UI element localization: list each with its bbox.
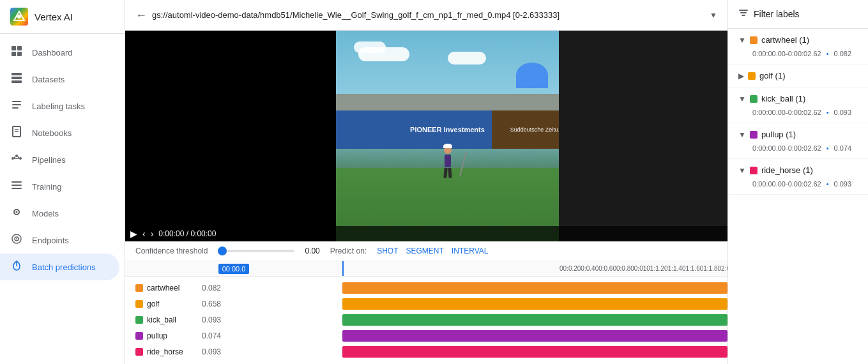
sidebar-item-models[interactable]: Models xyxy=(0,200,119,227)
notebooks-icon xyxy=(10,126,23,140)
track-row-pullup: pullup 0.074 xyxy=(125,329,727,343)
label-name-cartwheel: cartwheel (1) xyxy=(761,35,858,45)
track-score-ride-horse: 0.093 xyxy=(202,347,221,356)
dropdown-icon[interactable]: ▼ xyxy=(710,11,717,20)
models-label: Models xyxy=(32,209,59,218)
tick-4: 00:01 xyxy=(630,262,646,275)
label-header-kick-ball[interactable]: ▼ kick_ball (1) xyxy=(728,90,868,107)
label-time-range-kick-ball: 0:00:00.00-0:00:02.62 xyxy=(752,109,821,116)
next-frame-button[interactable]: › xyxy=(151,229,154,239)
tick-6: 01:1.4 xyxy=(664,262,682,275)
tracks-area: cartwheel 0.082 golf 0.658 kick_ball 0 xyxy=(125,277,727,363)
label-time-cartwheel: 0:00:00.00-0:00:02.62 • 0.082 xyxy=(752,50,858,57)
svg-line-17 xyxy=(18,156,19,158)
datasets-label: Datasets xyxy=(32,75,65,84)
label-score-cartwheel: 0.082 xyxy=(834,50,852,57)
video-controls: ▶ ‹ › 0:00:00 / 0:00:00 xyxy=(125,226,727,241)
track-color-cartwheel xyxy=(135,284,143,292)
label-group-cartwheel: ▼ cartwheel (1) 0:00:00.00-0:00:02.62 • … xyxy=(728,29,868,64)
sidebar-title: Vertex AI xyxy=(34,11,73,22)
sidebar-item-endpoints[interactable]: Endpoints xyxy=(0,227,119,254)
track-row-ride-horse: ride_horse 0.093 xyxy=(125,345,727,359)
track-bar-kick-ball xyxy=(342,314,727,326)
label-header-pullup[interactable]: ▼ pullup (1) xyxy=(728,126,868,143)
sidebar-item-batch[interactable]: Batch predictions xyxy=(0,254,119,280)
notebooks-label: Notebooks xyxy=(32,128,72,138)
label-time-range-cartwheel: 0:00:00.00-0:00:02.62 xyxy=(752,50,821,57)
sidebar-item-training[interactable]: Training xyxy=(0,173,119,200)
label-header-ride-horse[interactable]: ▼ ride_horse (1) xyxy=(728,162,868,179)
current-time: 0:00:00 xyxy=(158,229,184,238)
sidebar-nav: Dashboard Datasets Labeling tasks Notebo… xyxy=(0,34,125,364)
label-name-ride-horse: ride_horse (1) xyxy=(761,165,858,175)
label-name-kick-ball: kick_ball (1) xyxy=(761,94,858,103)
track-name-ride-horse: ride_horse xyxy=(147,347,198,356)
label-group-ride-horse: ▼ ride_horse (1) 0:00:00.00-0:00:02.62 •… xyxy=(728,159,868,195)
tick-8: 01:1.8 xyxy=(700,262,718,275)
timeline-ticks: 00:0.2 00:0.4 00:0.6 00:0.8 00:01 01:1.2… xyxy=(560,262,727,275)
vertex-logo xyxy=(10,8,28,26)
expand-cartwheel[interactable]: ▼ xyxy=(738,36,746,45)
expand-ride-horse[interactable]: ▼ xyxy=(738,166,746,175)
topbar: ← gs://automl-video-demo-data/hmdb51/Mic… xyxy=(125,0,727,31)
label-name-pullup: pullup (1) xyxy=(761,130,858,139)
file-path: gs://automl-video-demo-data/hmdb51/Miche… xyxy=(152,10,704,20)
track-bar-area-cartwheel xyxy=(342,282,727,294)
filter-icon xyxy=(738,8,749,20)
training-label: Training xyxy=(32,182,61,192)
video-black-left xyxy=(125,31,336,241)
track-score-golf: 0.658 xyxy=(202,300,221,308)
svg-rect-8 xyxy=(11,80,22,83)
tick-5: 01:1.2 xyxy=(646,262,664,275)
total-time: 0:00:00 xyxy=(190,229,216,238)
sidebar-item-notebooks[interactable]: Notebooks xyxy=(0,119,119,146)
track-label-ride-horse: ride_horse 0.093 xyxy=(125,347,342,356)
slider-thumb[interactable] xyxy=(218,246,227,255)
pipelines-icon xyxy=(10,153,23,167)
predict-options: SHOT SEGMENT INTERVAL xyxy=(377,246,488,255)
label-dot-sep-kick-ball: • xyxy=(826,109,829,116)
label-time-pullup: 0:00:00.00-0:00:02.62 • 0.074 xyxy=(752,144,858,152)
label-header-cartwheel[interactable]: ▼ cartwheel (1) xyxy=(728,31,868,49)
expand-golf[interactable]: ▶ xyxy=(738,72,744,80)
predict-shot[interactable]: SHOT xyxy=(377,246,398,255)
track-bar-pullup xyxy=(342,330,727,342)
video-frame-center: PIONEER Investments Süddeutsche Zeitu... xyxy=(336,31,559,241)
track-name-pullup: pullup xyxy=(147,331,198,340)
batch-label: Batch predictions xyxy=(32,262,96,272)
label-time-range-pullup: 0:00:00.00-0:00:02.62 xyxy=(752,144,821,152)
filter-label: Filter labels xyxy=(754,9,800,19)
timeline-cursor xyxy=(342,261,344,276)
label-dot-sep-cartwheel: • xyxy=(826,50,829,57)
track-name-cartwheel: cartwheel xyxy=(147,284,198,292)
label-score-kick-ball: 0.093 xyxy=(834,109,852,116)
svg-rect-7 xyxy=(11,77,22,79)
svg-rect-4 xyxy=(11,52,16,56)
sidebar-item-labeling[interactable]: Labeling tasks xyxy=(0,93,119,119)
timeline-ruler: 00:00.0 00:0.2 00:0.4 00:0.6 00:0.8 00:0… xyxy=(125,261,727,277)
back-button[interactable]: ← xyxy=(135,10,147,21)
track-row-cartwheel: cartwheel 0.082 xyxy=(125,281,727,295)
svg-rect-6 xyxy=(11,73,22,75)
predict-segment[interactable]: SEGMENT xyxy=(406,246,444,255)
sidebar-item-pipelines[interactable]: Pipelines xyxy=(0,146,119,173)
label-detail-cartwheel: 0:00:00.00-0:00:02.62 • 0.082 xyxy=(728,49,868,61)
predict-interval[interactable]: INTERVAL xyxy=(452,246,489,255)
expand-kick-ball[interactable]: ▼ xyxy=(738,95,746,103)
track-color-golf xyxy=(135,300,143,308)
label-score-ride-horse: 0.093 xyxy=(834,180,852,188)
track-label-cartwheel: cartwheel 0.082 xyxy=(125,284,342,292)
tick-2: 00:0.6 xyxy=(595,262,613,275)
expand-pullup[interactable]: ▼ xyxy=(738,130,746,139)
confidence-slider[interactable] xyxy=(218,250,294,252)
label-name-golf: golf (1) xyxy=(759,71,858,80)
sidebar-item-dashboard[interactable]: Dashboard xyxy=(0,39,119,66)
label-dot-sep-pullup: • xyxy=(826,144,829,152)
pipelines-label: Pipelines xyxy=(32,155,66,165)
play-pause-button[interactable]: ▶ xyxy=(130,229,137,239)
track-bar-ride-horse xyxy=(342,346,727,358)
prev-frame-button[interactable]: ‹ xyxy=(142,229,146,239)
sidebar-item-datasets[interactable]: Datasets xyxy=(0,66,119,93)
svg-line-16 xyxy=(14,156,15,158)
label-header-golf[interactable]: ▶ golf (1) xyxy=(728,67,868,84)
